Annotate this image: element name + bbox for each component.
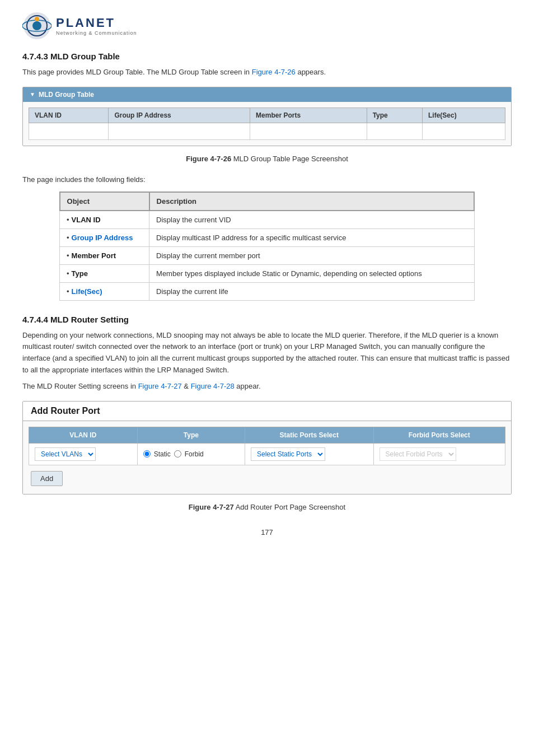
radio-forbid-label: Forbid	[185, 450, 204, 458]
bullet-icon: •	[67, 251, 69, 260]
router-box-title: Add Router Port	[23, 402, 511, 421]
screens-end: appear.	[236, 382, 260, 390]
radio-static[interactable]	[143, 450, 151, 458]
section-title-1: 4.7.4.3 MLD Group Table	[22, 52, 512, 61]
mld-group-table: VLAN ID Group IP Address Member Ports Ty…	[29, 108, 505, 140]
logo-tagline-label: Networking & Communication	[56, 30, 137, 36]
para-text-2: Depending on your network connections, M…	[22, 331, 509, 374]
row-object-4: Life(Sec)	[72, 287, 102, 296]
screens-intro: The MLD Router Setting screens in Figure…	[22, 381, 512, 393]
and-text: &	[184, 382, 190, 390]
table-row: •Group IP Address Display multicast IP a…	[60, 228, 475, 246]
figure-link-3[interactable]: Figure 4-7-28	[191, 382, 235, 390]
widget-header: ▼ MLD Group Table	[23, 87, 511, 102]
row-desc-0: Display the current VID	[149, 211, 475, 229]
widget-arrow-icon: ▼	[30, 91, 35, 97]
widget-content: VLAN ID Group IP Address Member Ports Ty…	[23, 102, 511, 146]
figure-caption-suffix-2: Add Router Port Page Screenshot	[236, 503, 346, 511]
select-forbid-ports-dropdown[interactable]: Select Forbid Ports	[380, 447, 456, 461]
col-vlan-id: VLAN ID	[29, 108, 109, 123]
section-mld-group-table: 4.7.4.3 MLD Group Table This page provid…	[22, 52, 512, 301]
type-radio-group: Static Forbid	[143, 450, 239, 458]
row-object-2: Member Port	[72, 251, 116, 260]
svg-point-3	[32, 21, 41, 30]
fields-intro-1: The page includes the following fields:	[22, 174, 512, 186]
logo-text: PLANET Networking & Communication	[56, 16, 137, 36]
table-row: •Type Member types displayed include Sta…	[60, 264, 475, 282]
radio-static-label: Static	[154, 450, 171, 458]
select-static-ports-dropdown[interactable]: Select Static Ports	[251, 447, 325, 461]
router-col-type: Type	[137, 427, 245, 443]
bullet-icon: •	[67, 234, 69, 242]
table-row: •VLAN ID Display the current VID	[60, 211, 475, 229]
col-type: Type	[367, 108, 422, 123]
row-object-1: Group IP Address	[72, 234, 133, 242]
table-row: •Member Port Display the current member …	[60, 246, 475, 264]
bullet-icon: •	[67, 269, 69, 278]
router-col-vlan: VLAN ID	[29, 427, 138, 443]
table-row: •Life(Sec) Display the current life	[60, 282, 475, 300]
logo-planet-label: PLANET	[56, 16, 137, 30]
add-router-port-box: Add Router Port VLAN ID Type Static Port…	[22, 401, 512, 494]
router-input-row: Select VLANs Static Forbid	[29, 443, 505, 465]
row-desc-3: Member types displayed include Static or…	[149, 264, 475, 282]
row-desc-4: Display the current life	[149, 282, 475, 300]
figure-link-1[interactable]: Figure 4-7-26	[252, 68, 296, 76]
page-header: PLANET Networking & Communication	[22, 11, 512, 40]
description-table-1: Object Description •VLAN ID Display the …	[59, 192, 475, 301]
col-member-ports: Member Ports	[250, 108, 367, 123]
router-content: VLAN ID Type Static Ports Select Forbid …	[23, 421, 511, 494]
page-number: 177	[22, 528, 512, 536]
router-col-forbid: Forbid Ports Select	[373, 427, 505, 443]
widget-title: MLD Group Table	[39, 91, 94, 99]
desc-col-desc: Description	[149, 192, 475, 211]
screens-text: The MLD Router Setting screens in	[22, 382, 136, 390]
svg-point-4	[35, 17, 39, 21]
desc-col-object: Object	[60, 192, 149, 211]
row-desc-1: Display multicast IP address for a speci…	[149, 228, 475, 246]
mld-group-table-widget: ▼ MLD Group Table VLAN ID Group IP Addre…	[22, 87, 512, 146]
figure-caption-prefix-1: Figure 4-7-26	[186, 155, 231, 163]
col-group-ip: Group IP Address	[109, 108, 250, 123]
intro-end-1: appears.	[297, 68, 326, 76]
row-desc-2: Display the current member port	[149, 246, 475, 264]
select-vlans-dropdown[interactable]: Select VLANs	[35, 447, 96, 461]
section-mld-router-setting: 4.7.4.4 MLD Router Setting Depending on …	[22, 315, 512, 511]
section-para-2: Depending on your network connections, M…	[22, 330, 512, 376]
row-object-3: Type	[72, 269, 88, 278]
logo: PLANET Networking & Communication	[22, 11, 137, 40]
router-col-static: Static Ports Select	[245, 427, 374, 443]
section-title-2: 4.7.4.4 MLD Router Setting	[22, 315, 512, 324]
empty-row	[29, 123, 505, 139]
bullet-icon: •	[67, 287, 69, 296]
planet-logo-icon	[22, 11, 51, 40]
bullet-icon: •	[67, 216, 69, 224]
row-object-0: VLAN ID	[72, 216, 101, 224]
figure-caption-2: Figure 4-7-27 Add Router Port Page Scree…	[22, 503, 512, 511]
router-port-table: VLAN ID Type Static Ports Select Forbid …	[29, 427, 505, 465]
add-button[interactable]: Add	[31, 471, 63, 486]
figure-caption-suffix-1: MLD Group Table Page Screenshot	[233, 155, 348, 163]
intro-text-1: This page provides MLD Group Table. The …	[22, 68, 250, 76]
figure-caption-prefix-2: Figure 4-7-27	[189, 503, 234, 511]
radio-forbid[interactable]	[174, 450, 181, 458]
section-intro-1: This page provides MLD Group Table. The …	[22, 67, 512, 78]
figure-caption-1: Figure 4-7-26 MLD Group Table Page Scree…	[22, 155, 512, 163]
col-life: Life(Sec)	[422, 108, 505, 123]
figure-link-2[interactable]: Figure 4-7-27	[138, 382, 182, 390]
